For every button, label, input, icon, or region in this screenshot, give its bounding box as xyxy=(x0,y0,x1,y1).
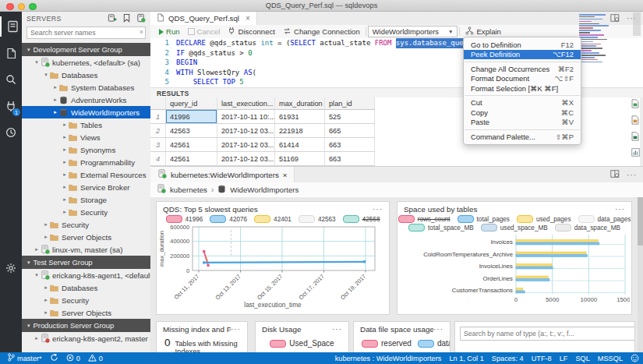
menu-item-change-all-occurrences[interactable]: Change All Occurrences⌘F2 xyxy=(464,64,581,74)
tree-item-erickang-k8s-agent1-default-sa[interactable]: ▾erickang-k8s-agent1, <default> (sa) xyxy=(22,269,150,281)
gear-icon[interactable] xyxy=(0,258,22,278)
menu-item-peek-definition[interactable]: Peek Definition⌥F12 xyxy=(464,50,581,60)
column-header-plan_id[interactable]: plan_id xyxy=(325,97,375,109)
grid-cell[interactable]: 61931 xyxy=(275,110,325,123)
tree-item-server-objects[interactable]: ▸Server Objects xyxy=(22,231,150,243)
status-error[interactable]: 0 xyxy=(62,354,84,363)
tree-item-erickang-k8s-agent2-master-sa[interactable]: ▸erickang-k8s-agent2, master (sa) xyxy=(22,332,150,345)
grid-cell[interactable]: 42561 xyxy=(166,152,217,165)
connections-icon[interactable] xyxy=(0,16,23,37)
more-options-icon[interactable]: ··· xyxy=(231,325,241,334)
legend-item-data[interactable]: data xyxy=(418,339,450,348)
status-segment[interactable]: LF xyxy=(556,355,572,362)
column-header-last_execution[interactable]: last_execution... xyxy=(217,97,275,109)
new-server-group-icon[interactable] xyxy=(122,13,131,24)
status-segment[interactable]: MSSQL xyxy=(594,355,627,362)
tree-item-adventureworks[interactable]: ▸AdventureWorks xyxy=(22,94,150,106)
feedback-smiley-icon[interactable] xyxy=(627,354,643,362)
server-search-input[interactable] xyxy=(26,27,146,39)
change-connection-button[interactable]: Change Connection xyxy=(279,27,364,37)
tree-item-views[interactable]: ▸Views xyxy=(22,131,150,143)
editor-scrollbar[interactable] xyxy=(633,12,641,36)
grid-cell[interactable]: 2017-10-12 03... xyxy=(217,124,275,137)
history-icon[interactable] xyxy=(0,122,22,143)
tree-item-system-databases[interactable]: ▸System Databases xyxy=(22,81,150,94)
tree-item-external-resources[interactable]: ▸External Resources xyxy=(22,168,150,181)
server-group-header[interactable]: ▾Development Server Group xyxy=(22,43,150,56)
dashboard-scrollbar[interactable] xyxy=(638,197,643,352)
status-segment[interactable]: UTF-8 xyxy=(528,355,556,362)
grid-cell[interactable]: 221918 xyxy=(275,124,325,137)
minimize-window-icon[interactable] xyxy=(18,3,26,11)
new-connection-icon[interactable] xyxy=(108,13,117,24)
grid-cell[interactable]: 42561 xyxy=(166,138,217,151)
menu-item-command-palette[interactable]: Command Palette...⇧⌘P xyxy=(464,132,581,142)
row-number[interactable]: 1 xyxy=(150,110,166,123)
legend-item-reserved[interactable]: reserved xyxy=(362,339,412,348)
row-number[interactable]: 3 xyxy=(150,138,166,151)
save-as-csv-icon[interactable] xyxy=(631,99,639,110)
legend-item-used_pages[interactable]: used_pages xyxy=(517,215,571,223)
active-connections-icon[interactable] xyxy=(136,13,146,24)
tree-item-programmability[interactable]: ▸Programmability xyxy=(22,156,150,168)
menu-item-format-document[interactable]: Format Document⌥⇧F xyxy=(464,74,581,84)
more-options-icon[interactable]: ··· xyxy=(433,325,443,334)
status-segment[interactable]: Ln 1, Col 1 xyxy=(445,355,487,362)
tree-item-databases[interactable]: ▸Databases xyxy=(22,281,150,294)
search-icon[interactable] xyxy=(0,69,22,90)
database-dropdown[interactable]: WideWorldImporters ▼ xyxy=(368,26,458,37)
row-number[interactable]: 4 xyxy=(150,152,166,165)
tree-item-wideworldimporters[interactable]: ▸WideWorldImporters xyxy=(22,106,150,118)
grid-cell[interactable]: 663 xyxy=(325,138,375,151)
menu-item-format-selection-k-f[interactable]: Format Selection [⌘K ⌘F] xyxy=(464,83,581,94)
server-group-header[interactable]: ▾Test Server Group xyxy=(22,256,150,269)
results-scrollbar[interactable] xyxy=(640,97,643,166)
status-segment[interactable]: kubernetes : WideWorldImporters xyxy=(331,355,446,362)
maximize-window-icon[interactable] xyxy=(29,3,37,11)
close-window-icon[interactable] xyxy=(6,3,14,11)
column-header-max_duration[interactable]: max_duration xyxy=(275,97,325,109)
disconnect-button[interactable]: Disconnect xyxy=(224,27,278,37)
legend-item-Used_Space[interactable]: Used_Space xyxy=(270,339,334,348)
legend-item-42076[interactable]: 42076 xyxy=(210,215,247,223)
grid-cell[interactable]: 51169 xyxy=(275,152,325,165)
grid-cell[interactable]: 41996 xyxy=(166,110,217,123)
grid-corner[interactable] xyxy=(150,97,166,109)
tree-item-security[interactable]: ▸Security xyxy=(22,218,150,231)
tab-kubernetes-wideworldimporters[interactable]: kubernetes:WideWorldImporters × xyxy=(150,167,295,182)
legend-item-41996[interactable]: 41996 xyxy=(166,215,203,223)
menu-item-paste[interactable]: Paste⌘V xyxy=(464,118,581,128)
tree-item-service-broker[interactable]: ▸Service Broker xyxy=(22,181,150,193)
tree-item-synonyms[interactable]: ▸Synonyms xyxy=(22,143,150,156)
tree-item-tables[interactable]: ▸Tables xyxy=(22,118,150,131)
clear-search-icon[interactable]: × xyxy=(140,28,143,36)
more-options-icon[interactable]: ··· xyxy=(615,205,625,214)
legend-item-42568[interactable]: 42568 xyxy=(343,215,380,223)
tree-item-databases[interactable]: ▾Databases xyxy=(22,69,150,81)
status-sync[interactable] xyxy=(46,353,62,363)
tree-item-security[interactable]: ▸Security xyxy=(22,206,150,218)
status-segment[interactable]: SQL xyxy=(571,355,593,362)
legend-item-used_space_MB[interactable]: used_space_MB xyxy=(481,224,548,231)
breadcrumb-database[interactable]: WideWorldImporters xyxy=(230,186,299,194)
legend-item-total_pages[interactable]: total_pages xyxy=(458,215,510,223)
grid-cell[interactable]: 2017-10-11 10:... xyxy=(217,110,275,123)
grid-cell[interactable]: 2017-10-12 03... xyxy=(217,152,275,165)
legend-item-total_space_MB[interactable]: total_space_MB xyxy=(408,224,474,231)
save-as-excel-icon[interactable] xyxy=(631,132,639,143)
cancel-button[interactable]: Cancel xyxy=(184,27,224,36)
legend-item-rows_count[interactable]: rows_count xyxy=(398,215,450,223)
menu-item-copy[interactable]: Copy⌘C xyxy=(464,108,581,118)
grid-cell[interactable]: 61414 xyxy=(275,138,325,151)
breadcrumb-server[interactable]: kubernetes xyxy=(170,186,207,194)
grid-cell[interactable]: 525 xyxy=(325,110,375,123)
object-search-input[interactable] xyxy=(460,327,635,341)
panel-more-actions-icon[interactable]: ··· xyxy=(627,171,637,179)
panel-split-editor-icon[interactable] xyxy=(610,170,620,179)
menu-item-cut[interactable]: Cut⌘X xyxy=(464,98,581,108)
new-query-icon[interactable] xyxy=(0,43,22,63)
grid-cell[interactable]: 663 xyxy=(325,152,375,165)
server-group-header[interactable]: ▾Production Server Group xyxy=(22,319,150,332)
menu-item-go-to-definition[interactable]: Go to DefinitionF12 xyxy=(464,40,581,50)
run-button[interactable]: Run xyxy=(155,27,184,36)
